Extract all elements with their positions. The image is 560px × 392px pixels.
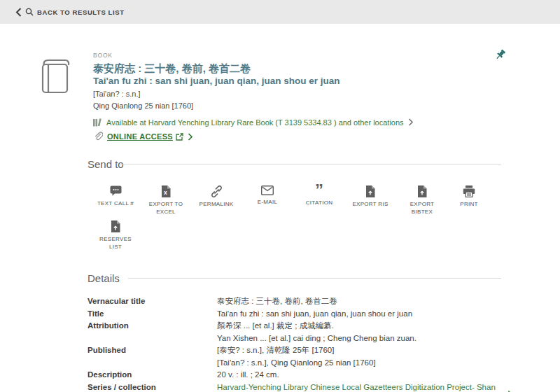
details-rule (128, 278, 501, 279)
record-header: BOOK 泰安府志 : 三十卷, 卷前, 卷首二卷 Tai'an fu zhi … (93, 52, 485, 141)
pin-item-button[interactable] (494, 49, 506, 61)
details-row-vernacular-title: Vernacular title 泰安府志 : 三十卷, 卷前, 卷首二卷 (88, 295, 512, 308)
action-label: EXPORT RIS (352, 200, 388, 208)
print-button[interactable]: PRINT (443, 186, 495, 208)
action-label: EXPORT TO EXCEL (149, 200, 183, 216)
reserves-list-button[interactable]: RESERVES LIST (90, 220, 141, 251)
export-ris-button[interactable]: EXPORT RIS (344, 186, 396, 208)
send-to-rule (120, 164, 501, 164)
details-row-published: Published [泰安? : s.n.], 清乾隆 25年 [1760] [… (88, 344, 512, 369)
details-label: Attribution (88, 320, 217, 344)
availability-text: Available at Harvard Yenching Library Ra… (106, 118, 404, 127)
details-row-title: Title Tai'an fu zhi : san shi juan, juan… (88, 308, 512, 321)
export-bibtex-button[interactable]: EXPORT BIBTEX (396, 186, 448, 216)
svg-text:x: x (164, 189, 167, 196)
details-row-series-collection: Series / collection Harvard-Yenching Lib… (88, 382, 512, 392)
file-export-icon (417, 186, 427, 197)
back-to-results-label: BACK TO RESULTS LIST (37, 8, 125, 16)
record-imprint-line2: Qing Qianlong 25 nian [1760] (93, 101, 485, 111)
details-value: Tai'an fu zhi : san shi juan, juan qian,… (217, 308, 412, 321)
record-title-vernacular: 泰安府志 : 三十卷, 卷前, 卷首二卷 (93, 62, 485, 75)
availability-link[interactable]: Available at Harvard Yenching Library Ra… (93, 118, 485, 127)
details-value: 20 v. : ill. ; 24 cm. (217, 369, 279, 382)
record-title-romanized: Tai'an fu zhi : san shi juan, juan qian,… (93, 75, 485, 88)
action-label: E-MAIL (258, 198, 277, 206)
details-heading: Details (88, 272, 120, 284)
details-value: [Tai'an? : s.n.], Qing Qianlong 25 nian … (217, 357, 376, 370)
details-value: 泰安府志 : 三十卷, 卷前, 卷首二卷 (217, 295, 337, 308)
online-access-row: ONLINE ACCESS (93, 132, 485, 141)
details-value: 顏希深 ... [et al.] 裁定 ; 成城編纂. (217, 320, 416, 332)
envelope-icon (261, 186, 274, 195)
details-value: Yan Xishen ... [et al.] cai ding ; Cheng… (217, 332, 416, 345)
details-value: [泰安? : s.n.], 清乾隆 25年 [1760] (217, 344, 376, 357)
chevron-right-icon (507, 390, 512, 392)
pushpin-icon (494, 49, 506, 61)
file-export-icon (365, 186, 375, 197)
details-row-description: Description 20 v. : ill. ; 24 cm. (88, 369, 512, 382)
topbar: BACK TO RESULTS LIST (0, 0, 560, 24)
action-label: RESERVES LIST (99, 235, 132, 251)
details-label: Description (88, 369, 217, 382)
speech-bubble-icon (110, 186, 122, 197)
action-label: EXPORT BIBTEX (410, 200, 435, 216)
paperclip-icon (93, 132, 103, 141)
chevron-right-icon (408, 118, 413, 126)
permalink-button[interactable]: PERMALINK (190, 186, 242, 208)
series-collection-label: Harvard-Yenching Library Chinese Local G… (217, 382, 503, 392)
text-call-button[interactable]: TEXT CALL # (90, 186, 141, 207)
chevron-right-icon (188, 133, 192, 141)
details-label: Published (88, 344, 217, 369)
export-to-excel-button[interactable]: x EXPORT TO EXCEL (140, 186, 192, 216)
quote-icon: ” (315, 184, 323, 196)
details-table: Vernacular title 泰安府志 : 三十卷, 卷前, 卷首二卷 Ti… (88, 295, 512, 392)
send-to-heading: Send to (88, 158, 124, 170)
chevron-left-icon (15, 8, 22, 17)
details-row-attribution: Attribution 顏希深 ... [et al.] 裁定 ; 成城編纂. … (88, 320, 512, 344)
details-label: Title (88, 308, 217, 321)
citation-button[interactable]: ” CITATION (293, 184, 345, 206)
details-label: Vernacular title (88, 295, 217, 308)
action-label: CITATION (306, 199, 333, 206)
file-export-icon (111, 220, 120, 232)
series-collection-link[interactable]: Harvard-Yenching Library Chinese Local G… (217, 382, 512, 392)
link-icon (211, 186, 223, 197)
excel-file-icon: x (161, 186, 171, 197)
record-page: BACK TO RESULTS LIST BOOK 泰安府志 : 三十卷, 卷前… (0, 0, 560, 392)
action-label: TEXT CALL # (97, 200, 134, 207)
online-access-label: ONLINE ACCESS (107, 132, 173, 141)
search-icon (25, 8, 34, 16)
details-label: Series / collection (88, 382, 217, 392)
resource-type-label: BOOK (93, 52, 485, 59)
action-label: PERMALINK (200, 200, 234, 208)
email-button[interactable]: E-MAIL (241, 186, 293, 206)
action-label: PRINT (460, 200, 478, 208)
record-imprint-line1: [Tai'an? : s.n.] (93, 89, 485, 99)
book-icon (38, 56, 73, 95)
external-link-icon (176, 133, 183, 141)
back-to-results-button[interactable]: BACK TO RESULTS LIST (14, 5, 126, 20)
printer-icon (463, 186, 475, 197)
online-access-link[interactable]: ONLINE ACCESS (107, 132, 183, 141)
library-shelf-icon (93, 118, 102, 127)
